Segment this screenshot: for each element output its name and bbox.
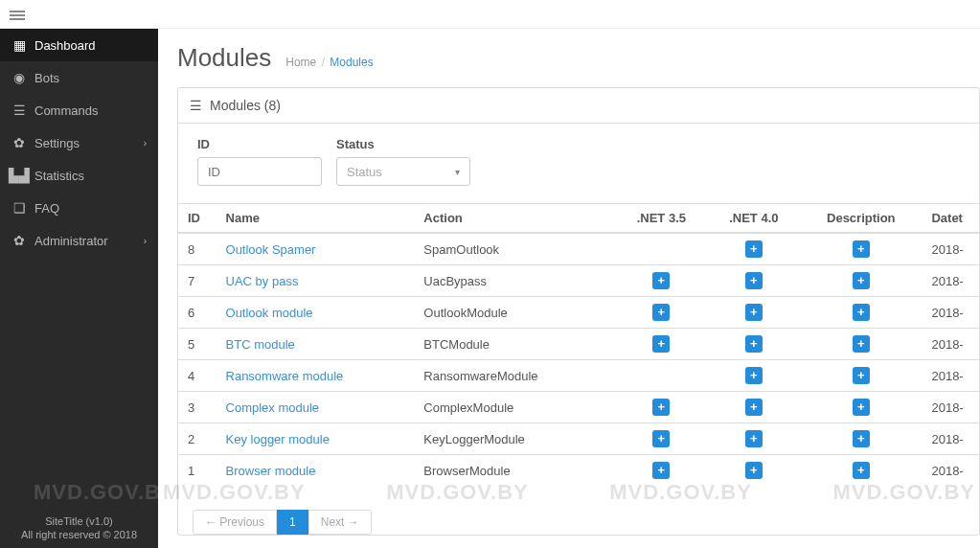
cell-net35: + bbox=[615, 392, 708, 423]
cell-net40: + bbox=[708, 392, 801, 423]
module-link[interactable]: Outlook module bbox=[226, 306, 313, 320]
header-action[interactable]: Action bbox=[414, 204, 615, 234]
sidebar-item-bots[interactable]: ◉Bots bbox=[0, 61, 158, 94]
cell-net40: + bbox=[708, 455, 801, 487]
module-link[interactable]: Ransomware module bbox=[226, 369, 344, 383]
module-link[interactable]: Complex module bbox=[226, 400, 320, 415]
gear-icon: ✿ bbox=[11, 135, 27, 150]
sidebar-item-settings[interactable]: ✿Settings› bbox=[0, 126, 158, 159]
pagination-page-1[interactable]: 1 bbox=[277, 510, 308, 535]
filter-status-label: Status bbox=[336, 137, 470, 151]
plus-badge[interactable]: + bbox=[745, 399, 763, 416]
plus-badge[interactable]: + bbox=[652, 430, 670, 447]
cell-name: BTC module bbox=[217, 329, 415, 360]
faq-icon: ❑ bbox=[11, 200, 27, 216]
header-date[interactable]: Datet bbox=[922, 204, 979, 234]
table-row: 6Outlook moduleOutlookModule+++2018- bbox=[178, 297, 979, 329]
cell-net35 bbox=[615, 233, 708, 265]
sidebar-item-faq[interactable]: ❑FAQ bbox=[0, 192, 158, 224]
list-icon: ☰ bbox=[190, 98, 202, 113]
pagination-next[interactable]: Next → bbox=[308, 510, 372, 535]
plus-badge[interactable]: + bbox=[853, 462, 870, 479]
sidebar: ▦Dashboard◉Bots☰Commands✿Settings›▙▟Stat… bbox=[0, 29, 158, 548]
plus-badge[interactable]: + bbox=[853, 304, 870, 321]
breadcrumb-home[interactable]: Home bbox=[285, 56, 316, 69]
table-row: 7UAC by passUacBypass+++2018- bbox=[178, 265, 979, 297]
sidebar-item-label: Settings bbox=[34, 136, 80, 150]
menu-toggle-icon[interactable] bbox=[10, 9, 25, 20]
sidebar-item-statistics[interactable]: ▙▟Statistics bbox=[0, 159, 158, 192]
caret-down-icon: ▾ bbox=[455, 167, 460, 177]
table-row: 3Complex moduleComplexModule+++2018- bbox=[178, 392, 979, 423]
header-net40[interactable]: .NET 4.0 bbox=[708, 204, 801, 234]
plus-badge[interactable]: + bbox=[745, 367, 763, 384]
sidebar-item-administrator[interactable]: ✿Administrator› bbox=[0, 224, 158, 257]
table-row: 4Ransomware moduleRansomwareModule++2018… bbox=[178, 360, 979, 392]
module-link[interactable]: Key logger module bbox=[226, 432, 330, 446]
sidebar-item-commands[interactable]: ☰Commands bbox=[0, 94, 158, 126]
module-link[interactable]: BTC module bbox=[226, 337, 295, 352]
cell-id: 8 bbox=[178, 233, 217, 265]
cell-name: Outlook module bbox=[217, 297, 415, 329]
pagination: ← Previous 1 Next → bbox=[193, 510, 979, 535]
plus-badge[interactable]: + bbox=[853, 240, 870, 258]
module-link[interactable]: UAC by pass bbox=[226, 274, 299, 288]
module-link[interactable]: Browser module bbox=[226, 464, 316, 478]
cell-action: BrowserModule bbox=[414, 455, 615, 487]
chevron-right-icon: › bbox=[144, 138, 147, 148]
filter-row: ID Status Status ▾ bbox=[178, 124, 979, 203]
plus-badge[interactable]: + bbox=[652, 335, 670, 353]
breadcrumb: Home / Modules bbox=[285, 56, 373, 69]
cell-date: 2018- bbox=[922, 233, 979, 265]
filter-status-select[interactable]: Status ▾ bbox=[336, 157, 470, 186]
plus-badge[interactable]: + bbox=[652, 399, 670, 416]
plus-badge[interactable]: + bbox=[745, 335, 763, 353]
chart-icon: ▙▟ bbox=[11, 168, 27, 183]
plus-badge[interactable]: + bbox=[853, 335, 870, 353]
plus-badge[interactable]: + bbox=[853, 430, 870, 447]
panel-title: Modules (8) bbox=[210, 98, 281, 113]
cell-net35: + bbox=[615, 329, 708, 360]
plus-badge[interactable]: + bbox=[745, 304, 763, 321]
plus-badge[interactable]: + bbox=[652, 462, 670, 479]
plus-badge[interactable]: + bbox=[652, 272, 670, 289]
filter-id-input[interactable] bbox=[197, 157, 322, 186]
cell-date: 2018- bbox=[922, 265, 979, 297]
cell-date: 2018- bbox=[922, 329, 979, 360]
cell-desc: + bbox=[800, 329, 922, 360]
breadcrumb-separator: / bbox=[322, 56, 325, 69]
cell-name: Browser module bbox=[217, 455, 415, 487]
cell-desc: + bbox=[800, 297, 922, 329]
pagination-prev[interactable]: ← Previous bbox=[193, 510, 277, 535]
plus-badge[interactable]: + bbox=[745, 430, 763, 447]
filter-status-group: Status Status ▾ bbox=[336, 137, 470, 186]
cell-net35: + bbox=[615, 423, 708, 455]
header-id[interactable]: ID bbox=[178, 204, 217, 234]
sidebar-item-dashboard[interactable]: ▦Dashboard bbox=[0, 29, 158, 61]
dashboard-icon: ▦ bbox=[11, 37, 27, 53]
header-name[interactable]: Name bbox=[217, 204, 415, 234]
page-title: Modules bbox=[177, 43, 271, 73]
cell-id: 5 bbox=[178, 329, 217, 360]
breadcrumb-current: Modules bbox=[330, 56, 373, 69]
cell-net40: + bbox=[708, 297, 801, 329]
plus-badge[interactable]: + bbox=[745, 240, 763, 258]
main-content: Modules Home / Modules ☰ Modules (8) ID … bbox=[158, 29, 980, 548]
plus-badge[interactable]: + bbox=[652, 304, 670, 321]
cell-net40: + bbox=[708, 360, 801, 392]
module-link[interactable]: Outlook Spamer bbox=[226, 242, 316, 257]
header-description[interactable]: Description bbox=[800, 204, 922, 234]
table-row: 5BTC moduleBTCModule+++2018- bbox=[178, 329, 979, 360]
cell-name: Outlook Spamer bbox=[217, 233, 415, 265]
sidebar-item-label: Statistics bbox=[34, 169, 84, 183]
plus-badge[interactable]: + bbox=[745, 272, 763, 289]
cell-net35 bbox=[615, 360, 708, 392]
cell-action: UacBypass bbox=[414, 265, 615, 297]
plus-badge[interactable]: + bbox=[853, 272, 870, 289]
header-net35[interactable]: .NET 3.5 bbox=[615, 204, 708, 234]
modules-panel: ☰ Modules (8) ID Status Status ▾ bbox=[177, 87, 980, 536]
cell-desc: + bbox=[800, 265, 922, 297]
plus-badge[interactable]: + bbox=[853, 367, 870, 384]
plus-badge[interactable]: + bbox=[745, 462, 763, 479]
plus-badge[interactable]: + bbox=[853, 399, 870, 416]
